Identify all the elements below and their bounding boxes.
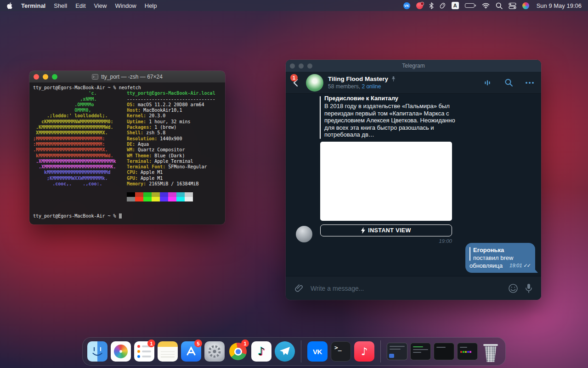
paper-plane-icon <box>279 346 291 357</box>
wifi-icon[interactable] <box>482 3 490 9</box>
menu-app-name[interactable]: Terminal <box>21 2 45 9</box>
sender-avatar[interactable] <box>296 226 312 242</box>
info-row: DE:Aqua <box>127 142 221 147</box>
finder-face-icon <box>87 341 107 362</box>
dock-trash[interactable] <box>480 340 501 362</box>
dock-photos[interactable] <box>110 340 131 362</box>
red-app-status-icon[interactable] <box>416 2 423 9</box>
more-options-icon[interactable] <box>526 82 534 84</box>
chat-avatar[interactable] <box>306 74 323 92</box>
battery-icon[interactable] <box>465 3 476 8</box>
chat-title: Tiling Flood Mastery <box>328 75 388 82</box>
gear-icon <box>207 344 222 359</box>
info-row: Terminal:Apple_Terminal <box>127 159 221 164</box>
device-status-icon[interactable] <box>440 2 446 9</box>
info-row: WM:Quartz Compositor <box>127 147 221 153</box>
neofetch-host-title: tty_port@Egors-MacBook-Air.local <box>127 91 221 96</box>
apple-menu-icon[interactable] <box>6 2 13 9</box>
dock-minimized-window-2[interactable] <box>410 340 431 362</box>
telegram-titlebar[interactable]: Telegram <box>286 60 541 72</box>
reply-author: Егоронька <box>473 246 531 254</box>
message-time: 19:00 <box>320 238 452 244</box>
voice-chat-icon[interactable] <box>483 78 492 87</box>
message-input[interactable] <box>311 285 502 292</box>
music-note-icon: ♪ <box>258 345 265 358</box>
dock-separator <box>301 340 301 362</box>
close-button[interactable] <box>34 74 39 80</box>
terminal-prompt-icon: >_ <box>334 344 342 351</box>
chat-header: 1 Tiling Flood Mastery 58 members, 2 onl… <box>286 72 541 94</box>
menu-edit[interactable]: Edit <box>75 2 85 9</box>
chat-message-area[interactable]: Предисловие к Капиталу В 2018 году в изд… <box>286 94 541 276</box>
menu-view[interactable]: View <box>94 2 107 9</box>
dock-music[interactable]: ♪ <box>354 340 375 362</box>
back-button[interactable]: 1 <box>293 78 300 87</box>
dock-tiktok[interactable]: ♪ <box>251 340 272 362</box>
trash-icon <box>481 341 501 362</box>
dock-chrome[interactable]: 1 <box>227 340 249 362</box>
menu-clock[interactable]: Sun 9 May 19:06 <box>537 2 582 9</box>
photos-pinwheel-icon <box>114 345 128 358</box>
zoom-button[interactable] <box>52 74 57 80</box>
terminal-titlebar[interactable]: tty_port — -zsh — 67×24 <box>29 71 225 83</box>
menu-help[interactable]: Help <box>145 2 157 9</box>
dock-minimized-window-1[interactable] <box>386 340 407 362</box>
close-button[interactable] <box>290 63 295 69</box>
emoji-icon[interactable] <box>508 283 518 293</box>
attach-icon[interactable] <box>294 283 304 293</box>
unread-badge: 1 <box>290 74 298 81</box>
siri-icon[interactable] <box>522 2 529 9</box>
menu-bar: Terminal Shell Edit View Window Help VK … <box>0 0 588 11</box>
instant-view-button[interactable]: INSTANT VIEW <box>320 224 452 236</box>
ansi-color-palette <box>127 192 221 197</box>
dock-app-store[interactable]: 5 <box>181 340 202 362</box>
notification-badge: 5 <box>194 339 202 347</box>
message-input-bar <box>286 276 541 300</box>
reply-quote[interactable]: Егоронька поставил brew <box>469 246 531 262</box>
dock: 1 5 1 ♪ VK >_ ♪ <box>82 337 506 366</box>
info-row: Host:MacBookAir10,1 <box>127 108 221 113</box>
neofetch-separator: -------------------------------- <box>127 97 221 102</box>
ansi-color-palette-bright <box>127 197 221 201</box>
terminal-doc-icon <box>92 74 98 80</box>
spotlight-icon[interactable] <box>496 2 503 9</box>
terminal-window: tty_port — -zsh — 67×24 tty_port@Egors-M… <box>29 71 225 224</box>
info-row: Kernel:20.3.0 <box>127 113 221 119</box>
info-row: GPU:Apple M1 <box>127 176 221 181</box>
zoom-button[interactable] <box>307 63 312 69</box>
vk-status-icon[interactable]: VK <box>403 2 410 9</box>
link-preview-image[interactable] <box>320 142 452 221</box>
info-row: Uptime:1 hour, 32 mins <box>127 119 221 125</box>
input-source-icon[interactable]: A <box>452 2 459 9</box>
dock-minimized-window-3[interactable] <box>433 340 454 362</box>
app-store-a-icon <box>185 345 197 357</box>
info-row: Memory:2165MiB / 16384MiB <box>127 181 221 187</box>
neofetch-info: tty_port@Egors-MacBook-Air.local -------… <box>127 91 221 201</box>
menu-shell[interactable]: Shell <box>54 2 67 9</box>
message-meta: 19:01✓✓ <box>509 262 531 270</box>
link-preview-title[interactable]: Предисловие к Капиталу <box>324 95 458 102</box>
dock-reminders[interactable]: 1 <box>134 340 155 362</box>
link-preview-text: В 2018 году в издательстве «Пальмира» бы… <box>324 103 458 138</box>
dock-minimized-window-4[interactable] <box>457 340 478 362</box>
minimize-button[interactable] <box>299 63 304 69</box>
dock-finder[interactable] <box>87 340 108 362</box>
dock-telegram[interactable] <box>274 340 295 362</box>
menu-window[interactable]: Window <box>115 2 136 9</box>
dock-notes[interactable] <box>157 340 178 362</box>
dock-separator <box>380 340 381 362</box>
control-center-icon[interactable] <box>509 2 516 9</box>
dock-terminal[interactable]: >_ <box>330 340 351 362</box>
search-icon[interactable] <box>504 78 513 87</box>
reply-text: поставил brew <box>473 254 531 262</box>
dock-system-preferences[interactable] <box>204 340 225 362</box>
terminal-body[interactable]: tty_port@Egors-MacBook-Air ~ %neofetch '… <box>29 83 225 224</box>
dock-vk[interactable]: VK <box>307 340 328 362</box>
microphone-icon[interactable] <box>525 283 533 294</box>
info-row: WM Theme:Blue (Dark) <box>127 153 221 159</box>
minimize-button[interactable] <box>43 74 48 80</box>
notification-badge: 1 <box>147 339 155 347</box>
terminal-window-title: tty_port — -zsh — 67×24 <box>101 74 163 80</box>
bluetooth-icon[interactable] <box>429 2 434 9</box>
terminal-prompt-line: tty_port@Egors-MacBook-Air ~ % <box>33 213 221 219</box>
